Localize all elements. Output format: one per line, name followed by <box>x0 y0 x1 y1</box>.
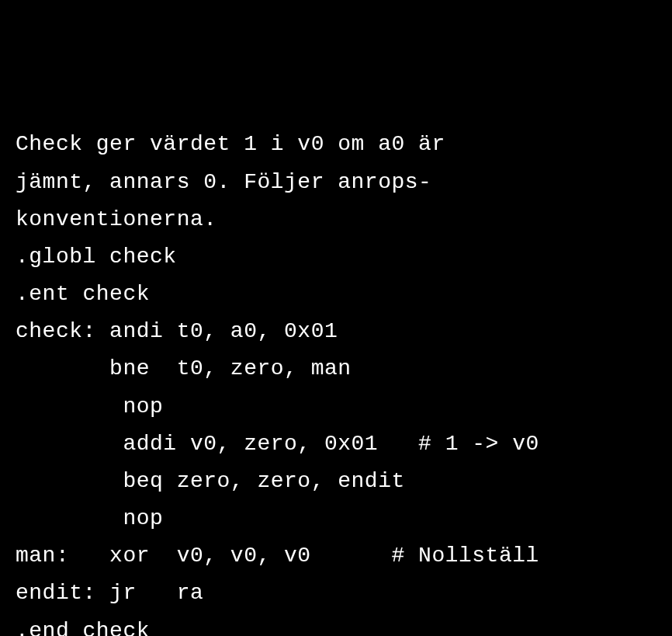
label-check-andi: check: andi t0, a0, 0x01 <box>16 313 656 350</box>
directive-ent: .ent check <box>16 276 656 313</box>
instr-bne: bne t0, zero, man <box>16 350 656 388</box>
comment-line-1: Check ger värdet 1 i v0 om a0 är <box>16 126 656 163</box>
instr-nop-1: nop <box>16 388 656 426</box>
instr-beq: beq zero, zero, endit <box>16 463 656 500</box>
label-endit-jr: endit: jr ra <box>16 575 656 612</box>
comment-line-3: konventionerna. <box>16 201 656 238</box>
instr-nop-2: nop <box>16 500 656 537</box>
label-man-xor: man: xor v0, v0, v0 # Nollställ <box>16 537 656 575</box>
instr-addi: addi v0, zero, 0x01 # 1 -> v0 <box>16 426 656 463</box>
directive-end: .end check <box>16 613 656 637</box>
comment-line-2: jämnt, annars 0. Följer anrops- <box>16 164 656 201</box>
directive-globl: .globl check <box>16 238 656 276</box>
